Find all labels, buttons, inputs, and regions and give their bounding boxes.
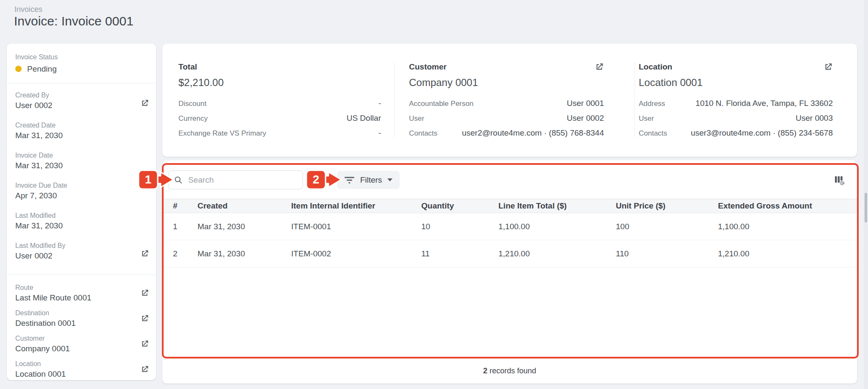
search-input[interactable]	[187, 175, 298, 185]
table-row[interactable]: 2 Mar 31, 2030 ITEM-0002 11 1,210.00 110…	[162, 240, 857, 267]
row-label: Contacts	[639, 129, 667, 138]
row-label: User	[639, 114, 654, 123]
location-name: Location 0001	[639, 77, 833, 89]
open-in-new-icon[interactable]	[140, 99, 149, 108]
divider	[394, 62, 395, 138]
invoice-detail-page: Invoices Invoice: Invoice 0001 Invoice S…	[0, 0, 868, 389]
filters-label: Filters	[360, 175, 382, 185]
row-label: Contacts	[409, 129, 437, 138]
row-value: 1010 N. Florida Ave, Tampa, FL 33602	[696, 99, 833, 108]
meta-invoice-due-date: Invoice Due Date Apr 7, 2030	[15, 181, 149, 200]
open-in-new-icon[interactable]	[140, 314, 149, 323]
col-created[interactable]: Created	[198, 201, 291, 211]
row-label: Address	[639, 100, 665, 108]
total-amount: $2,210.00	[178, 77, 381, 89]
invoice-status-label: Invoice Status	[15, 53, 149, 61]
open-in-new-icon[interactable]	[140, 365, 149, 374]
vertical-scrollbar-thumb[interactable]	[865, 193, 867, 222]
meta-created-by: Created By User 0002	[15, 91, 149, 110]
row-value: user2@route4me.com · (855) 768-8344	[462, 128, 604, 138]
page-title: Invoice: Invoice 0001	[14, 14, 134, 28]
divider	[634, 62, 635, 138]
open-in-new-icon[interactable]	[595, 62, 604, 72]
breadcrumb[interactable]: Invoices	[14, 5, 42, 14]
col-index[interactable]: #	[173, 201, 198, 211]
meta-invoice-date: Invoice Date Mar 31, 2030	[15, 151, 149, 170]
row-label: Exchange Rate VS Primary	[178, 129, 266, 138]
records-text: records found	[487, 367, 536, 375]
row-value: -	[378, 128, 381, 138]
invoice-links-section: Route Last Mile Route 0001 Destination D…	[7, 275, 156, 385]
link-route: Route Last Mile Route 0001	[15, 283, 149, 303]
invoice-sidebar: Invoice Status Pending Created By User 0…	[7, 44, 156, 380]
open-in-new-icon[interactable]	[823, 62, 833, 72]
col-quantity[interactable]: Quantity	[421, 201, 498, 211]
caret-down-icon	[387, 178, 392, 181]
filter-icon	[344, 176, 355, 184]
row-label: Discount	[178, 100, 206, 108]
total-section: Total $2,210.00 Discount- CurrencyUS Dol…	[178, 44, 381, 157]
link-location: Location Location 0001	[15, 360, 149, 379]
location-section: Location Location 0001 Address1010 N. Fl…	[639, 44, 833, 157]
table-row[interactable]: 1 Mar 31, 2030 ITEM-0001 10 1,100.00 100…	[162, 213, 857, 240]
row-label: Currency	[178, 114, 208, 123]
row-value: User 0003	[796, 114, 833, 123]
row-label: Accountable Person	[409, 100, 473, 108]
row-value: -	[378, 99, 381, 108]
table-body: 1 Mar 31, 2030 ITEM-0001 10 1,100.00 100…	[162, 213, 857, 267]
row-value: User 0002	[567, 114, 604, 123]
col-item-identifier[interactable]: Item Internal Identifier	[291, 201, 421, 211]
invoice-status-section: Invoice Status Pending	[7, 44, 156, 83]
col-extended-gross[interactable]: Extended Gross Amount	[718, 201, 857, 211]
row-value: user3@route4me.com · (855) 234-5678	[691, 128, 833, 138]
col-unit-price[interactable]: Unit Price ($)	[616, 201, 718, 211]
open-in-new-icon[interactable]	[140, 339, 149, 348]
invoice-status-value: Pending	[27, 64, 57, 74]
col-line-item-total[interactable]: Line Item Total ($)	[498, 201, 616, 211]
invoice-summary-card: Total $2,210.00 Discount- CurrencyUS Dol…	[162, 44, 857, 157]
records-count: 2	[483, 367, 487, 375]
filters-button[interactable]: Filters	[337, 171, 400, 189]
row-label: User	[409, 114, 424, 123]
location-title: Location	[639, 62, 672, 72]
row-value: US Dollar	[347, 114, 381, 123]
customer-section: Customer Company 0001 Accountable Person…	[409, 44, 604, 157]
columns-settings-icon	[834, 175, 845, 186]
records-found-footer: 2 records found	[162, 358, 857, 383]
meta-created-date: Created Date Mar 31, 2030	[15, 121, 149, 140]
customer-name: Company 0001	[409, 77, 604, 89]
vertical-scrollbar-track	[864, 0, 868, 389]
search-icon	[174, 175, 183, 184]
open-in-new-icon[interactable]	[140, 289, 149, 297]
column-settings-button[interactable]	[832, 173, 847, 188]
meta-last-modified: Last Modified Mar 31, 2030	[15, 211, 149, 231]
open-in-new-icon[interactable]	[140, 249, 149, 258]
row-value: User 0001	[567, 99, 604, 108]
status-pending-dot-icon	[15, 66, 22, 72]
link-customer: Customer Company 0001	[15, 334, 149, 353]
meta-last-modified-by: Last Modified By User 0002	[15, 242, 149, 261]
customer-title: Customer	[409, 62, 447, 72]
search-box	[168, 170, 303, 189]
table-header: # Created Item Internal Identifier Quant…	[162, 199, 857, 213]
line-items-card: Filters # Created Item Internal Identifi…	[162, 160, 857, 383]
total-title: Total	[178, 62, 197, 72]
link-destination: Destination Destination 0001	[15, 309, 149, 328]
invoice-meta-section: Created By User 0002 Created Date Mar 31…	[7, 83, 156, 275]
